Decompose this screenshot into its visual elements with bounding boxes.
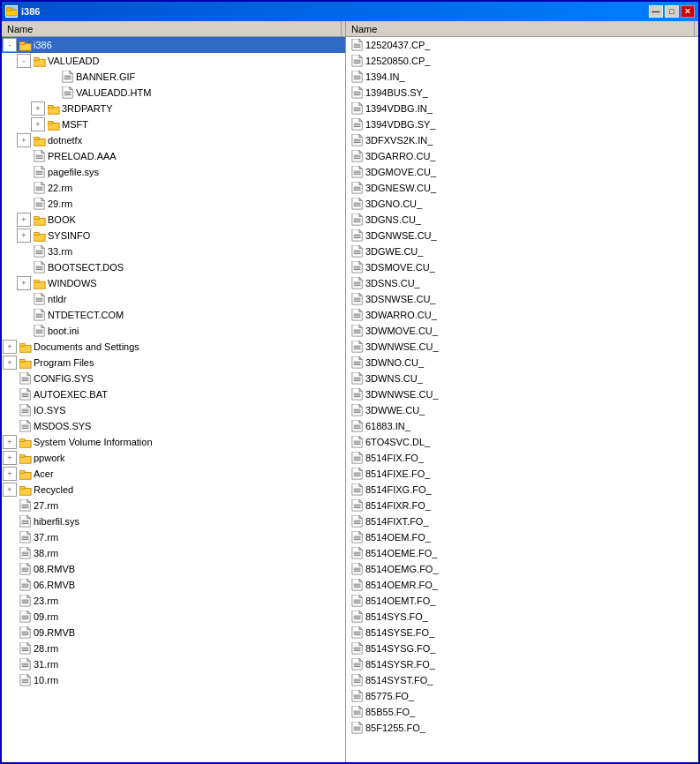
tree-item-windows[interactable]: + WINDOWS [2, 275, 345, 291]
tree-item-program_files[interactable]: + Program Files [2, 355, 345, 371]
list-item[interactable]: 8514FIXT.FO_ [346, 513, 698, 529]
tree-item-06rmvb[interactable]: 06.RMVB [2, 577, 345, 593]
tree-item-ntdetect_com[interactable]: NTDETECT.COM [2, 307, 345, 323]
tree-item-msdos_sys[interactable]: MSDOS.SYS [2, 418, 345, 434]
tree-item-book[interactable]: + BOOK [2, 212, 345, 228]
tree-item-acer[interactable]: + Acer [2, 466, 345, 482]
list-item[interactable]: 8514FIX.FO_ [346, 450, 698, 466]
expander-icon[interactable]: - [3, 38, 17, 52]
list-item[interactable]: 8514OEME.FO_ [346, 545, 698, 561]
list-item[interactable]: 1394BUS.SY_ [346, 85, 698, 101]
list-item[interactable]: 8514SYSR.FO_ [346, 656, 698, 672]
tree-item-hiberfil_sys[interactable]: hiberfil.sys [2, 513, 345, 529]
tree-item-23rm[interactable]: 23.rm [2, 593, 345, 609]
list-item[interactable]: 3DGNS.CU_ [346, 212, 698, 228]
maximize-button[interactable]: □ [665, 5, 679, 18]
tree-item-i386[interactable]: - i386 [2, 37, 345, 53]
list-item[interactable]: 85B55.FO_ [346, 704, 698, 720]
list-item[interactable]: 3DSNS.CU_ [346, 275, 698, 291]
list-item[interactable]: 8514OEMR.FO_ [346, 577, 698, 593]
list-item[interactable]: 8514FIXE.FO_ [346, 466, 698, 482]
tree-item-22rm[interactable]: 22.rm [2, 180, 345, 196]
list-item[interactable]: 1394VDBG.SY_ [346, 116, 698, 132]
list-item[interactable]: 8514OEM.FO_ [346, 529, 698, 545]
list-item[interactable]: 8514FIXG.FO_ [346, 482, 698, 498]
expander-icon[interactable]: + [3, 356, 17, 370]
expander-icon[interactable]: + [31, 117, 45, 131]
tree-item-system_volume[interactable]: + System Volume Information [2, 434, 345, 450]
tree-item-09rm[interactable]: 09.rm [2, 609, 345, 625]
tree-item-msft[interactable]: + MSFT [2, 116, 345, 132]
list-item[interactable]: 3DGNESW.CU_ [346, 180, 698, 196]
list-item[interactable]: 3DGNO.CU_ [346, 196, 698, 212]
list-item[interactable]: 3DFXVS2K.IN_ [346, 132, 698, 148]
tree-item-08rmvb[interactable]: 08.RMVB [2, 561, 345, 577]
tree-item-boot_ini[interactable]: boot.ini [2, 323, 345, 339]
tree-item-ppwork[interactable]: + ppwork [2, 450, 345, 466]
tree-item-recycled[interactable]: + Recycled [2, 482, 345, 498]
tree-item-autoexec_bat[interactable]: AUTOEXEC.BAT [2, 386, 345, 402]
tree-item-valueadd_htm[interactable]: VALUEADD.HTM [2, 85, 345, 101]
files-scroll[interactable]: 12520437.CP_ 12520850.CP_ 1394.IN_ 1394B… [346, 37, 698, 762]
tree-item-ntldr[interactable]: ntldr [2, 291, 345, 307]
expander-icon[interactable]: + [17, 276, 31, 290]
list-item[interactable]: 12520437.CP_ [346, 37, 698, 53]
list-item[interactable]: 3DWNWSE.CU_ [346, 339, 698, 355]
tree-item-3rdparty[interactable]: + 3RDPARTY [2, 101, 345, 116]
list-item[interactable]: 8514SYS.FO_ [346, 609, 698, 625]
tree-item-37rm[interactable]: 37.rm [2, 529, 345, 545]
expander-icon[interactable]: + [17, 228, 31, 243]
expander-icon[interactable]: + [3, 483, 17, 497]
tree-item-31rm[interactable]: 31.rm [2, 656, 345, 672]
list-item[interactable]: 8514SYSG.FO_ [346, 640, 698, 656]
tree-item-09rmvb[interactable]: 09.RMVB [2, 625, 345, 640]
minimize-button[interactable]: — [649, 5, 663, 18]
tree-item-33rm[interactable]: 33.rm [2, 243, 345, 259]
tree-item-27rm[interactable]: 27.rm [2, 498, 345, 513]
tree-item-documents[interactable]: + Documents and Settings [2, 339, 345, 355]
expander-icon[interactable]: + [31, 101, 45, 116]
list-item[interactable]: 6TO4SVC.DL_ [346, 434, 698, 450]
expander-icon[interactable]: + [3, 451, 17, 465]
list-item[interactable]: 12520850.CP_ [346, 53, 698, 69]
tree-item-io_sys[interactable]: IO.SYS [2, 402, 345, 418]
list-item[interactable]: 8514OEMG.FO_ [346, 561, 698, 577]
list-item[interactable]: 8514SYST.FO_ [346, 672, 698, 688]
list-item[interactable]: 3DWWE.CU_ [346, 402, 698, 418]
list-item[interactable]: 85F1255.FO_ [346, 720, 698, 736]
tree-item-valueadd[interactable]: - VALUEADD [2, 53, 345, 69]
tree-item-banner_gif[interactable]: BANNER.GIF [2, 69, 345, 85]
expander-icon[interactable]: + [3, 435, 17, 449]
tree-item-sysinfo[interactable]: + SYSINFO [2, 228, 345, 243]
list-item[interactable]: 3DWNWSE.CU_ [346, 386, 698, 402]
list-item[interactable]: 3DWNO.CU_ [346, 355, 698, 371]
tree-item-29rm[interactable]: 29.rm [2, 196, 345, 212]
tree-item-10rm[interactable]: 10.rm [2, 672, 345, 688]
tree-item-preload_aaa[interactable]: PRELOAD.AAA [2, 148, 345, 164]
list-item[interactable]: 8514SYSE.FO_ [346, 625, 698, 640]
list-item[interactable]: 1394VDBG.IN_ [346, 101, 698, 116]
list-item[interactable]: 3DSNWSE.CU_ [346, 291, 698, 307]
expander-icon[interactable]: + [17, 133, 31, 147]
expander-icon[interactable]: + [17, 213, 31, 227]
list-item[interactable]: 1394.IN_ [346, 69, 698, 85]
list-item[interactable]: 3DWNS.CU_ [346, 371, 698, 386]
expander-icon[interactable]: - [17, 54, 31, 68]
list-item[interactable]: 3DWARRO.CU_ [346, 307, 698, 323]
tree-scroll[interactable]: - i386- VALUEADD BANNER.GIF VALUEADD.HTM… [2, 37, 345, 762]
expander-icon[interactable]: + [3, 467, 17, 481]
list-item[interactable]: 3DGMOVE.CU_ [346, 164, 698, 180]
list-item[interactable]: 3DWMOVE.CU_ [346, 323, 698, 339]
list-item[interactable]: 3DGARRO.CU_ [346, 148, 698, 164]
tree-item-pagefile_sys[interactable]: pagefile.sys [2, 164, 345, 180]
list-item[interactable]: 3DSMOVE.CU_ [346, 259, 698, 275]
close-button[interactable]: ✕ [681, 5, 695, 18]
expander-icon[interactable]: + [3, 340, 17, 354]
tree-item-dotnetfx[interactable]: + dotnetfx [2, 132, 345, 148]
list-item[interactable]: 61883.IN_ [346, 418, 698, 434]
tree-item-config_sys[interactable]: CONFIG.SYS [2, 371, 345, 386]
list-item[interactable]: 3DGNWSE.CU_ [346, 228, 698, 243]
list-item[interactable]: 8514OEMT.FO_ [346, 593, 698, 609]
tree-item-38rm[interactable]: 38.rm [2, 545, 345, 561]
tree-item-bootsect_dos[interactable]: BOOTSECT.DOS [2, 259, 345, 275]
